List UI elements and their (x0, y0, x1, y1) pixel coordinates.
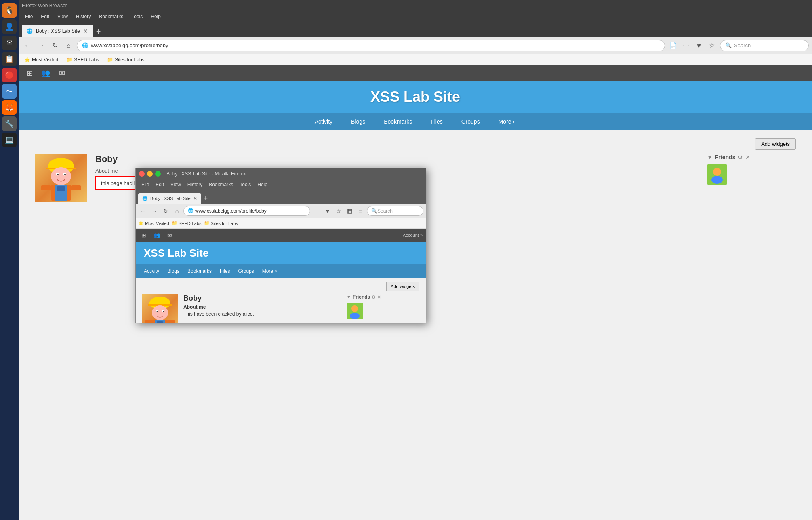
overlay-menu-bookmarks[interactable]: Bookmarks (206, 181, 236, 188)
overlay-nav-groups[interactable]: Groups (238, 268, 254, 274)
overlay-toolbar-people-icon[interactable]: 👥 (152, 230, 162, 240)
os-icon-terminal[interactable]: 💻 (2, 133, 17, 147)
main-friends-gear-icon[interactable]: ⚙ (738, 154, 743, 160)
overlay-friends-close-icon[interactable]: ✕ (377, 295, 381, 300)
menu-bookmarks[interactable]: Bookmarks (96, 13, 126, 20)
main-nav-bar: ← → ↻ ⌂ 🌐 www.xsslabelgg.com/profile/bob… (19, 37, 812, 54)
main-nav-groups[interactable]: Groups (458, 117, 483, 126)
overlay-close-button[interactable] (139, 171, 145, 177)
overlay-menu-help[interactable]: Help (255, 181, 270, 188)
url-bar[interactable]: 🌐 www.xsslabelgg.com/profile/boby (77, 40, 665, 51)
overlay-bookmark-most-visited[interactable]: ⭐ Most Visited (138, 221, 169, 226)
pocket-button[interactable]: ♥ (693, 40, 705, 51)
os-icon-1[interactable]: 👤 (2, 19, 17, 34)
svg-rect-26 (166, 320, 175, 323)
overlay-back-button[interactable]: ← (138, 206, 148, 216)
overlay-menu-view[interactable]: View (168, 181, 183, 188)
overlay-add-widgets-button[interactable]: Add widgets (386, 282, 419, 291)
more-button[interactable]: ⋯ (680, 40, 692, 51)
overlay-bookmark-sites[interactable]: 📁 Sites for Labs (204, 221, 238, 226)
overlay-nav-blogs[interactable]: Blogs (167, 268, 179, 274)
reload-button[interactable]: ↻ (49, 40, 61, 51)
menu-history[interactable]: History (73, 13, 94, 20)
tab-close-button[interactable]: ✕ (83, 28, 88, 34)
main-add-widgets-button[interactable]: Add widgets (755, 138, 796, 150)
overlay-nav-bookmarks[interactable]: Bookmarks (187, 268, 212, 274)
overlay-menu-bar: File Edit View History Bookmarks Tools H… (136, 179, 426, 190)
main-nav-activity[interactable]: Activity (311, 117, 336, 126)
main-friend-avatar[interactable] (707, 164, 727, 185)
bookmark-sites-for-labs[interactable]: 📁 Sites for Labs (105, 56, 147, 63)
toolbar-icon-grid[interactable]: ⊞ (23, 67, 36, 79)
main-friends-header: ▼ Friends ⚙ ✕ (707, 154, 796, 160)
overlay-nav-more[interactable]: More » (262, 268, 277, 274)
main-nav-more[interactable]: More » (495, 117, 520, 126)
home-button[interactable]: ⌂ (63, 40, 74, 51)
os-icon-5[interactable]: 〜 (2, 84, 17, 99)
overlay-star-btn[interactable]: ☆ (334, 206, 343, 216)
os-icon-0[interactable]: 🐧 (2, 3, 17, 18)
overlay-sidebar-btn[interactable]: ▦ (345, 206, 354, 216)
overlay-friend-avatar[interactable] (347, 303, 363, 319)
os-icon-4[interactable]: 🔴 (2, 68, 17, 82)
os-icon-2[interactable]: ✉ (2, 36, 17, 50)
overlay-bookmark-seed-labs[interactable]: 📁 SEED Labs (172, 221, 202, 226)
overlay-seed-labs-label: SEED Labs (179, 221, 202, 226)
overlay-friends-gear-icon[interactable]: ⚙ (372, 295, 376, 300)
overlay-home-button[interactable]: ⌂ (172, 206, 182, 216)
overlay-reload-button[interactable]: ↻ (161, 206, 170, 216)
tab-label: Boby : XSS Lab Site (36, 28, 80, 34)
main-menu-bar: Firefox Web Browser (19, 0, 812, 11)
forward-button[interactable]: → (36, 40, 47, 51)
star-button[interactable]: ☆ (706, 40, 717, 51)
menu-view[interactable]: View (54, 13, 71, 20)
svg-point-3 (51, 167, 71, 185)
overlay-search-bar[interactable]: 🔍 Search (367, 206, 423, 216)
overlay-menu-file[interactable]: File (139, 181, 151, 188)
back-button[interactable]: ← (22, 40, 33, 51)
overlay-more-btn[interactable]: ⋯ (312, 206, 322, 216)
main-nav-blogs[interactable]: Blogs (348, 117, 368, 126)
overlay-url-bar[interactable]: 🌐 www.xsslabelgg.com/profile/boby (183, 206, 310, 216)
main-nav-files[interactable]: Files (427, 117, 446, 126)
overlay-toolbar-grid-icon[interactable]: ⊞ (139, 230, 149, 240)
url-text: www.xsslabelgg.com/profile/boby (91, 42, 168, 48)
reader-view-button[interactable]: 📄 (667, 40, 679, 51)
os-icon-3[interactable]: 📋 (2, 52, 17, 66)
overlay-maximize-button[interactable] (155, 171, 161, 177)
overlay-tab-close[interactable]: ✕ (193, 196, 197, 201)
os-icon-firefox[interactable]: 🦊 (2, 100, 17, 115)
main-nav-bookmarks[interactable]: Bookmarks (381, 117, 415, 126)
main-profile-name: Boby (95, 154, 699, 164)
bookmark-seed-labs[interactable]: 📁 SEED Labs (64, 56, 101, 63)
overlay-menu-btn[interactable]: ≡ (356, 206, 365, 216)
main-tab[interactable]: 🌐 Boby : XSS Lab Site ✕ (22, 25, 93, 37)
overlay-pocket-btn[interactable]: ♥ (323, 206, 332, 216)
main-search-bar[interactable]: 🔍 Search (720, 40, 809, 51)
menu-edit[interactable]: Edit (38, 13, 53, 20)
overlay-sites-label: Sites for Labs (211, 221, 238, 226)
overlay-menu-history[interactable]: History (185, 181, 205, 188)
overlay-menu-tools[interactable]: Tools (237, 181, 253, 188)
svg-point-31 (350, 313, 360, 319)
menu-tools[interactable]: Tools (128, 13, 146, 20)
overlay-friends-arrow: ▼ (347, 295, 351, 299)
overlay-tab[interactable]: 🌐 Boby : XSS Lab Site ✕ (138, 193, 201, 204)
main-title-text: Firefox Web Browser (22, 3, 67, 8)
overlay-forward-button[interactable]: → (149, 206, 159, 216)
os-icon-wrench[interactable]: 🔧 (2, 116, 17, 131)
toolbar-icon-mail[interactable]: ✉ (56, 67, 68, 79)
menu-help[interactable]: Help (147, 13, 164, 20)
overlay-new-tab-button[interactable]: + (201, 194, 210, 203)
toolbar-icon-people[interactable]: 👥 (40, 67, 52, 79)
main-friends-close-icon[interactable]: ✕ (745, 154, 750, 160)
overlay-nav-files[interactable]: Files (220, 268, 230, 274)
overlay-account-button[interactable]: Account » (403, 233, 423, 238)
overlay-minimize-button[interactable] (147, 171, 153, 177)
menu-file[interactable]: File (22, 13, 36, 20)
bookmark-most-visited[interactable]: ⭐ Most Visited (22, 56, 61, 63)
overlay-toolbar-mail-icon[interactable]: ✉ (165, 230, 175, 240)
overlay-menu-edit[interactable]: Edit (153, 181, 166, 188)
overlay-nav-activity[interactable]: Activity (144, 268, 159, 274)
new-tab-button[interactable]: + (93, 27, 104, 36)
